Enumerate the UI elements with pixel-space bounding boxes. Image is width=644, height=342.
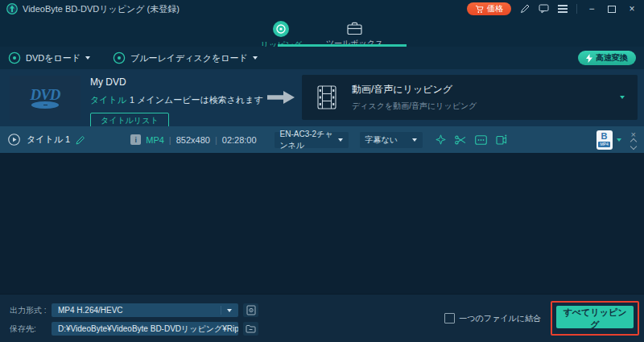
meta-separator: |: [169, 135, 171, 145]
title-row: タイトル 1 i MP4 | 852x480 | 02:28:00 EN-AC3…: [0, 126, 644, 153]
dvd-disc-icon: [8, 52, 21, 64]
tabbar: リッピング ツールボックス: [0, 18, 644, 47]
row-edge-controls: ×: [631, 131, 636, 149]
destination-label: 保存先:: [10, 323, 52, 335]
menu-icon[interactable]: [558, 8, 568, 10]
rip-mode-title: 動画/音声にリッピング: [352, 83, 477, 97]
bottom-bar: 出力形式 : MP4 H.264/HEVC 保存先: D:¥VideoByte¥…: [0, 294, 644, 342]
resolution-value: 852x480: [176, 135, 210, 145]
titlebar-right: 価格 − ×: [467, 2, 638, 15]
annotation-highlight-box: すべてリッピング: [551, 301, 639, 336]
minimize-button[interactable]: −: [586, 3, 597, 14]
cut-scissors-icon[interactable]: [455, 134, 466, 145]
maximize-button[interactable]: [606, 3, 617, 15]
ripping-disc-icon: [273, 21, 289, 37]
titlebar-left: VideoByte BD-DVDリッピング (未登録): [6, 3, 180, 15]
feedback-icon[interactable]: [539, 4, 549, 14]
load-dvd-label: DVDをロード: [26, 52, 80, 64]
arrow-right-icon: [267, 90, 295, 105]
title-name: タイトル 1: [27, 134, 70, 146]
merge-files-option[interactable]: 一つのファイルに結合: [444, 313, 541, 324]
output-format-value: MP4 H.264/HEVC: [58, 306, 123, 315]
titlebar: VideoByte BD-DVDリッピング (未登録) 価格: [0, 0, 644, 18]
meta-separator: |: [215, 135, 217, 145]
film-strip-icon: [315, 85, 339, 109]
rename-pencil-icon[interactable]: [76, 135, 85, 145]
destination-row: 保存先: D:¥VideoByte¥VideoByte BD-DVDリッピング¥…: [10, 322, 258, 336]
price-label: 価格: [487, 3, 503, 14]
app-window: VideoByte BD-DVDリッピング (未登録) 価格: [0, 0, 644, 342]
chevron-down-icon[interactable]: [620, 96, 625, 99]
fast-convert-label: 高速変換: [596, 52, 628, 64]
title-tools: [436, 134, 507, 145]
disc-name: My DVD: [90, 76, 263, 88]
toolbox-briefcase-icon: [347, 21, 362, 35]
chevron-down-icon: [617, 138, 621, 142]
destination-select[interactable]: D:¥VideoByte¥VideoByte BD-DVDリッピング¥Rippe…: [52, 322, 238, 336]
output-format-select[interactable]: MP4 H.264/HEVC: [52, 303, 238, 317]
bottom-right-controls: 一つのファイルに結合 すべてリッピング: [444, 295, 639, 342]
destination-value: D:¥VideoByte¥VideoByte BD-DVDリッピング¥Rippe…: [58, 323, 238, 335]
chevron-down-icon: [412, 138, 417, 142]
edit-magic-icon[interactable]: [436, 134, 446, 145]
app-logo-icon: [6, 3, 18, 14]
media-meta: i MP4 | 852x480 | 02:28:00: [130, 134, 256, 145]
rip-mode-card[interactable]: 動画/音声にリッピング ディスクを動画/音声にリッピング: [302, 75, 638, 120]
file-list-area: [0, 153, 644, 294]
move-down-icon[interactable]: [630, 142, 637, 149]
open-folder-button[interactable]: [243, 322, 258, 336]
close-button[interactable]: ×: [626, 3, 638, 14]
chevron-down-icon: [227, 309, 232, 312]
tab-ripping[interactable]: リッピング: [261, 18, 302, 47]
tab-toolbox[interactable]: ツールボックス: [326, 18, 383, 47]
audio-track-value: EN-AC3-2チャンネル: [280, 129, 338, 151]
remove-title-icon[interactable]: ×: [631, 131, 636, 138]
badge-format-label: MP4: [598, 142, 609, 147]
compress-icon[interactable]: [475, 134, 487, 145]
output-format-badge-dropdown[interactable]: B MP4: [597, 130, 621, 150]
dvd-logo: DVD: [30, 88, 60, 101]
load-toolbar: DVDをロード ブルーレイディスクをロード 高速変換: [0, 47, 644, 69]
title-rest: 1 メインムービーは検索されます: [130, 95, 263, 105]
bluray-disc-icon: [113, 52, 126, 64]
title-word: タイトル: [90, 95, 126, 105]
chevron-down-icon: [85, 56, 90, 60]
format-settings-button[interactable]: [243, 303, 258, 317]
titlebar-separator: [576, 4, 577, 14]
cart-icon: [475, 5, 484, 14]
duration-value: 02:28:00: [222, 135, 257, 145]
subtitle-dropdown[interactable]: 字幕ない: [360, 132, 423, 148]
play-icon[interactable]: [8, 134, 20, 146]
format-badge-icon: B MP4: [597, 130, 613, 150]
load-bluray-button[interactable]: ブルーレイディスクをロード: [113, 52, 258, 64]
merge-checkbox[interactable]: [444, 313, 455, 323]
dvd-logo-disc-icon: [31, 101, 59, 109]
output-format-label: 出力形式 :: [10, 305, 52, 316]
info-badge-icon: i: [130, 134, 141, 145]
audio-track-dropdown[interactable]: EN-AC3-2チャンネル: [275, 132, 349, 148]
merge-label: 一つのファイルに結合: [459, 313, 541, 324]
lightning-icon: [586, 54, 592, 63]
badge-letter: B: [601, 132, 608, 141]
app-title: VideoByte BD-DVDリッピング (未登録): [23, 3, 180, 15]
disc-info: My DVD タイトル1 メインムービーは検索されます タイトルリスト: [90, 76, 263, 129]
enhance-icon[interactable]: [496, 134, 507, 145]
subtitle-value: 字幕ない: [365, 134, 398, 146]
rip-all-button[interactable]: すべてリッピング: [556, 306, 634, 328]
disc-banner: DVD My DVD タイトル1 メインムービーは検索されます タイトルリスト: [0, 69, 644, 126]
price-button[interactable]: 価格: [467, 2, 511, 15]
fast-convert-button[interactable]: 高速変換: [578, 51, 636, 65]
load-dvd-button[interactable]: DVDをロード: [8, 52, 90, 64]
load-bluray-label: ブルーレイディスクをロード: [130, 52, 248, 64]
format-value: MP4: [146, 135, 164, 145]
rip-mode-subtitle: ディスクを動画/音声にリッピング: [352, 101, 477, 112]
disc-title-summary: タイトル1 メインムービーは検索されます: [90, 94, 263, 106]
register-pen-icon[interactable]: [520, 4, 530, 14]
rip-mode-text: 動画/音声にリッピング ディスクを動画/音声にリッピング: [352, 83, 477, 112]
dvd-thumbnail: DVD: [10, 76, 80, 120]
output-format-row: 出力形式 : MP4 H.264/HEVC: [10, 303, 258, 317]
chevron-down-icon: [338, 138, 343, 142]
chevron-down-icon: [253, 56, 258, 60]
